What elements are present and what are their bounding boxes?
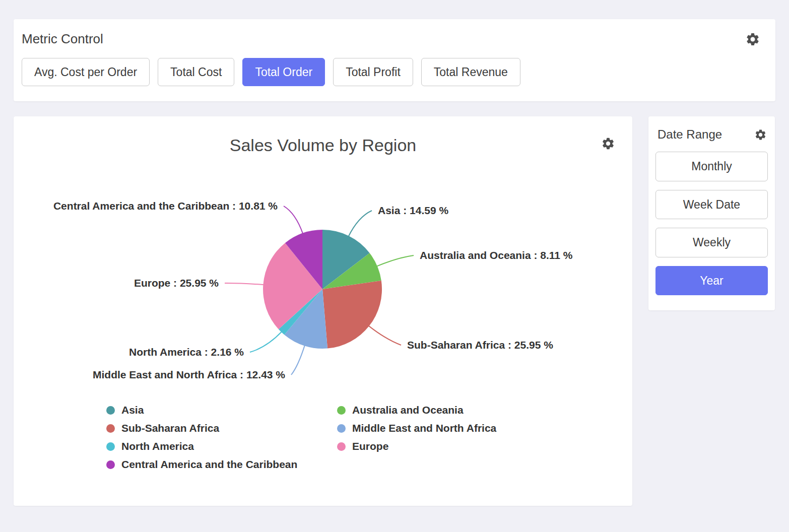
- metric-button-total-cost[interactable]: Total Cost: [158, 58, 234, 86]
- metric-control-title: Metric Control: [22, 31, 103, 47]
- pie-label-leader-line: [376, 255, 414, 267]
- legend-label: Sub-Saharan Africa: [121, 422, 219, 434]
- legend-label: Asia: [121, 404, 144, 416]
- legend-dot: [106, 460, 115, 469]
- date-range-button-monthly[interactable]: Monthly: [655, 152, 768, 181]
- pie-label-leader-line: [225, 283, 264, 285]
- date-range-title: Date Range: [658, 127, 722, 142]
- legend-dot: [106, 406, 115, 415]
- legend-item-australia-and-oceania[interactable]: Australia and Oceania: [337, 404, 632, 416]
- date-range-panel: Date Range MonthlyWeek DateWeeklyYear: [648, 116, 775, 310]
- sales-pie-chart: Asia : 14.59 %Australia and Oceania : 8.…: [14, 157, 632, 389]
- date-range-button-group: MonthlyWeek DateWeeklyYear: [655, 152, 768, 295]
- legend-item-middle-east-and-north-africa[interactable]: Middle East and North Africa: [337, 422, 632, 434]
- date-range-button-year[interactable]: Year: [655, 266, 768, 295]
- pie-slice-label-australia-and-oceania: Australia and Oceania : 8.11 %: [420, 249, 573, 261]
- metric-button-group: Avg. Cost per OrderTotal CostTotal Order…: [22, 58, 760, 86]
- metric-button-avg-cost-per-order[interactable]: Avg. Cost per Order: [22, 58, 150, 86]
- legend-dot: [106, 424, 115, 433]
- legend-dot: [337, 406, 346, 415]
- sales-chart-panel: Sales Volume by Region Asia : 14.59 %Aus…: [14, 116, 632, 506]
- chart-legend: AsiaAustralia and OceaniaSub-Saharan Afr…: [14, 404, 632, 471]
- legend-item-asia[interactable]: Asia: [106, 404, 337, 416]
- legend-label: Middle East and North Africa: [352, 422, 496, 434]
- date-range-button-weekly[interactable]: Weekly: [655, 228, 768, 257]
- pie-label-leader-line: [348, 211, 372, 237]
- metric-settings-gear-icon[interactable]: [745, 32, 760, 47]
- legend-dot: [337, 442, 346, 451]
- chart-settings-gear-icon[interactable]: [601, 137, 615, 151]
- legend-item-europe[interactable]: Europe: [337, 440, 632, 452]
- legend-label: Australia and Oceania: [352, 404, 464, 416]
- pie-slice-label-sub-saharan-africa: Sub-Saharan Africa : 25.95 %: [407, 339, 553, 351]
- pie-label-leader-line: [284, 206, 303, 234]
- date-range-header: Date Range: [655, 127, 768, 142]
- legend-dot: [337, 424, 346, 433]
- pie-slice-label-north-america: North America : 2.16 %: [129, 346, 244, 358]
- pie-slice-label-central-america-and-the-caribbean: Central America and the Caribbean : 10.8…: [53, 200, 278, 212]
- legend-item-north-america[interactable]: North America: [106, 440, 337, 452]
- metric-button-total-profit[interactable]: Total Profit: [333, 58, 413, 86]
- metric-control-header: Metric Control: [22, 31, 760, 47]
- dashboard-page: Metric Control Avg. Cost per OrderTotal …: [0, 0, 789, 520]
- pie-label-leader-line: [250, 331, 282, 352]
- pie-label-leader-line: [291, 345, 305, 375]
- pie-label-leader-line: [368, 326, 401, 346]
- legend-item-central-america-and-the-caribbean[interactable]: Central America and the Caribbean: [106, 458, 337, 471]
- date-range-button-week-date[interactable]: Week Date: [655, 190, 768, 219]
- legend-item-sub-saharan-africa[interactable]: Sub-Saharan Africa: [106, 422, 337, 434]
- content-row: Sales Volume by Region Asia : 14.59 %Aus…: [14, 116, 775, 506]
- legend-label: Europe: [352, 440, 388, 452]
- pie-slice-label-middle-east-and-north-africa: Middle East and North Africa : 12.43 %: [93, 369, 285, 380]
- pie-slice-sub-saharan-africa[interactable]: [322, 281, 382, 349]
- pie-slice-label-asia: Asia : 14.59 %: [378, 205, 448, 216]
- date-settings-gear-icon[interactable]: [754, 128, 767, 141]
- legend-dot: [106, 442, 115, 451]
- legend-label: Central America and the Caribbean: [121, 458, 297, 471]
- pie-slice-label-europe: Europe : 25.95 %: [134, 277, 219, 289]
- metric-control-panel: Metric Control Avg. Cost per OrderTotal …: [14, 19, 775, 101]
- metric-button-total-revenue[interactable]: Total Revenue: [421, 58, 520, 86]
- metric-button-total-order[interactable]: Total Order: [242, 58, 325, 86]
- chart-title: Sales Volume by Region: [14, 136, 632, 155]
- legend-label: North America: [121, 440, 194, 452]
